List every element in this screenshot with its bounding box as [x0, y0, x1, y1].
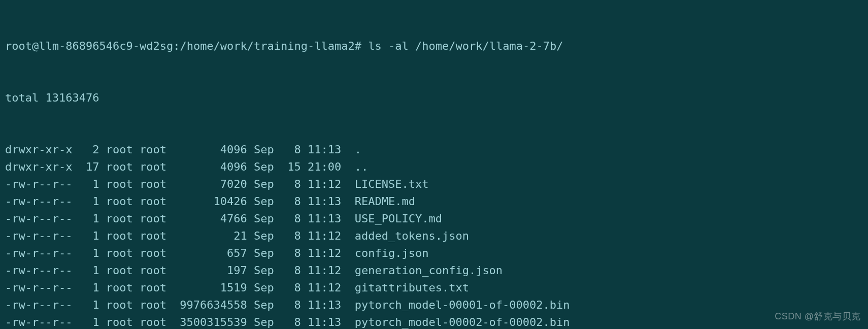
month-col: Sep	[254, 262, 281, 279]
group-col: root	[140, 297, 173, 314]
day-col: 8	[281, 193, 301, 210]
owner-col: root	[106, 141, 140, 158]
links-col: 1	[79, 314, 99, 329]
day-col: 15	[281, 158, 301, 176]
filename: .	[355, 141, 361, 158]
links-col: 1	[79, 193, 99, 210]
size-col: 657	[173, 245, 247, 262]
links-col: 1	[79, 176, 99, 193]
group-col: root	[140, 314, 173, 329]
total-value: 13163476	[45, 91, 99, 104]
day-col: 8	[281, 141, 301, 158]
month-col: Sep	[254, 245, 281, 262]
size-col: 10426	[173, 193, 247, 210]
filename: ..	[355, 158, 369, 176]
time-col: 11:13	[308, 314, 348, 329]
owner-col: root	[106, 262, 140, 279]
total-label: total	[5, 91, 39, 104]
links-col: 1	[79, 279, 99, 297]
owner-col: root	[106, 176, 140, 193]
time-col: 11:12	[308, 176, 348, 193]
perm-col: -rw-r--r--	[5, 227, 79, 245]
perm-col: -rw-r--r--	[5, 262, 79, 279]
time-col: 11:12	[308, 279, 348, 297]
file-row: -rw-r--r--1 rootroot3500315539 Sep8 11:1…	[5, 314, 863, 329]
time-col: 11:13	[308, 297, 348, 314]
prompt-cwd: /home/work/training-llama2	[180, 40, 354, 52]
prompt-sep2: #	[355, 40, 361, 52]
owner-col: root	[106, 279, 140, 297]
size-col: 4766	[173, 210, 247, 227]
day-col: 8	[281, 210, 301, 227]
group-col: root	[140, 210, 173, 227]
file-row: -rw-r--r--1 rootroot657 Sep8 11:12 confi…	[5, 245, 863, 262]
time-col: 21:00	[308, 158, 348, 176]
perm-col: drwxr-xr-x	[5, 158, 79, 176]
time-col: 11:13	[308, 210, 348, 227]
month-col: Sep	[254, 158, 281, 176]
size-col: 4096	[173, 141, 247, 158]
file-row: -rw-r--r--1 rootroot9976634558 Sep8 11:1…	[5, 297, 863, 314]
month-col: Sep	[254, 141, 281, 158]
prompt-sep1: :	[173, 40, 180, 52]
perm-col: -rw-r--r--	[5, 314, 79, 329]
filename: USE_POLICY.md	[355, 210, 442, 227]
group-col: root	[140, 158, 173, 176]
file-row: -rw-r--r--1 rootroot4766 Sep8 11:13 USE_…	[5, 210, 863, 227]
size-col: 197	[173, 262, 247, 279]
perm-col: -rw-r--r--	[5, 176, 79, 193]
links-col: 1	[79, 297, 99, 314]
group-col: root	[140, 279, 173, 297]
day-col: 8	[281, 279, 301, 297]
links-col: 1	[79, 227, 99, 245]
time-col: 11:13	[308, 193, 348, 210]
file-row: drwxr-xr-x2 rootroot4096 Sep8 11:13 .	[5, 141, 863, 158]
filename: added_tokens.json	[355, 227, 469, 245]
size-col: 1519	[173, 279, 247, 297]
time-col: 11:12	[308, 245, 348, 262]
file-row: -rw-r--r--1 rootroot1519 Sep8 11:12 gita…	[5, 279, 863, 297]
perm-col: -rw-r--r--	[5, 193, 79, 210]
owner-col: root	[106, 158, 140, 176]
file-row: -rw-r--r--1 rootroot7020 Sep8 11:12 LICE…	[5, 176, 863, 193]
time-col: 11:12	[308, 262, 348, 279]
filename: pytorch_model-00002-of-00002.bin	[355, 314, 570, 329]
group-col: root	[140, 141, 173, 158]
month-col: Sep	[254, 314, 281, 329]
size-col: 21	[173, 227, 247, 245]
terminal-output[interactable]: root@llm-86896546c9-wd2sg:/home/work/tra…	[0, 0, 868, 329]
day-col: 8	[281, 176, 301, 193]
group-col: root	[140, 227, 173, 245]
owner-col: root	[106, 210, 140, 227]
command-text: ls -al /home/work/llama-2-7b/	[368, 40, 563, 52]
month-col: Sep	[254, 176, 281, 193]
time-col: 11:13	[308, 141, 348, 158]
month-col: Sep	[254, 193, 281, 210]
perm-col: -rw-r--r--	[5, 210, 79, 227]
filename: LICENSE.txt	[355, 176, 429, 193]
file-listing: drwxr-xr-x2 rootroot4096 Sep8 11:13 .drw…	[5, 141, 863, 329]
size-col: 4096	[173, 158, 247, 176]
group-col: root	[140, 262, 173, 279]
size-col: 7020	[173, 176, 247, 193]
filename: gitattributes.txt	[355, 279, 469, 297]
day-col: 8	[281, 262, 301, 279]
time-col: 11:12	[308, 227, 348, 245]
perm-col: -rw-r--r--	[5, 279, 79, 297]
file-row: drwxr-xr-x17 rootroot4096 Sep15 21:00 ..	[5, 158, 863, 176]
links-col: 1	[79, 262, 99, 279]
links-col: 2	[79, 141, 99, 158]
links-col: 17	[79, 158, 99, 176]
links-col: 1	[79, 210, 99, 227]
group-col: root	[140, 193, 173, 210]
filename: config.json	[355, 245, 429, 262]
filename: README.md	[355, 193, 415, 210]
owner-col: root	[106, 297, 140, 314]
file-row: -rw-r--r--1 rootroot10426 Sep8 11:13 REA…	[5, 193, 863, 210]
filename: generation_config.json	[355, 262, 503, 279]
prompt-line: root@llm-86896546c9-wd2sg:/home/work/tra…	[5, 38, 863, 55]
filename: pytorch_model-00001-of-00002.bin	[355, 297, 570, 314]
size-col: 3500315539	[173, 314, 247, 329]
month-col: Sep	[254, 227, 281, 245]
perm-col: -rw-r--r--	[5, 297, 79, 314]
